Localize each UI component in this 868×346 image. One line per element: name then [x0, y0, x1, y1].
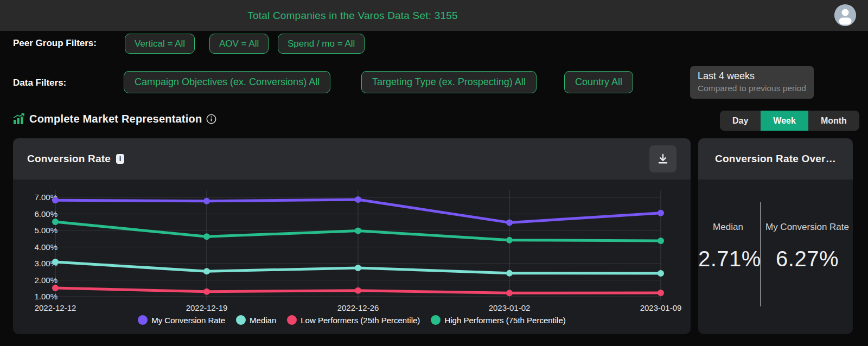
download-button[interactable] [649, 145, 676, 172]
data-point[interactable] [658, 210, 664, 216]
data-point[interactable] [658, 238, 664, 244]
granularity-toggle: Day Week Month [720, 111, 859, 131]
y-tick-label: 6.00% [34, 209, 58, 219]
section-title-row: Complete Market Representation [13, 113, 216, 125]
x-tick-label: 2022-12-19 [186, 303, 228, 312]
data-point[interactable] [52, 197, 59, 203]
legend-label: Low Performers (25th Percentile) [301, 316, 420, 325]
my-conversion-stat: My Conversion Rate 6.27% [763, 222, 852, 271]
data-point[interactable] [355, 265, 361, 271]
y-tick-label: 2.00% [34, 275, 58, 285]
legend-dot-icon [236, 315, 246, 325]
legend-item[interactable]: Median [236, 315, 276, 325]
summary-body: Median 2.71% My Conversion Rate 6.27% [698, 180, 853, 334]
filter-vertical[interactable]: Vertical = All [125, 34, 195, 54]
legend-label: High Performers (75th Percentile) [444, 316, 565, 325]
period-subtitle: Compared to previous period [698, 84, 806, 93]
legend-dot-icon [138, 315, 148, 325]
my-conversion-stat-value: 6.27% [763, 247, 852, 271]
data-point[interactable] [658, 270, 664, 277]
data-point[interactable] [658, 290, 664, 296]
data-point[interactable] [52, 259, 59, 265]
info-badge-icon[interactable]: i [116, 154, 124, 164]
y-tick-label: 1.00% [34, 292, 58, 301]
toggle-week[interactable]: Week [761, 111, 808, 131]
topbar: Total Companies in the Varos Data Set: 3… [0, 0, 868, 31]
x-tick-label: 2022-12-26 [337, 303, 379, 312]
legend-item[interactable]: High Performers (75th Percentile) [431, 315, 565, 325]
section-title: Complete Market Representation [29, 113, 202, 125]
data-point[interactable] [506, 237, 513, 244]
legend-item[interactable]: Low Performers (25th Percentile) [287, 315, 420, 325]
median-stat-value: 2.71% [698, 247, 758, 271]
data-point[interactable] [506, 270, 513, 277]
x-tick-label: 2023-01-09 [640, 303, 682, 312]
toggle-day[interactable]: Day [720, 111, 761, 131]
x-tick-label: 2023-01-02 [489, 303, 531, 312]
data-point[interactable] [203, 233, 210, 240]
legend-dot-icon [431, 315, 441, 325]
conversion-rate-summary-panel: Conversion Rate Over… Median 2.71% My Co… [698, 138, 853, 334]
summary-panel-header: Conversion Rate Over… [698, 138, 853, 180]
legend-dot-icon [287, 315, 297, 325]
user-avatar[interactable] [834, 4, 856, 26]
data-point[interactable] [506, 290, 513, 296]
median-stat-label: Median [698, 222, 758, 233]
app-root: Total Companies in the Varos Data Set: 3… [0, 0, 868, 346]
legend-item[interactable]: My Conversion Rate [138, 315, 225, 325]
data-point[interactable] [355, 196, 361, 203]
download-icon [656, 152, 669, 165]
my-conversion-stat-label: My Conversion Rate [763, 222, 852, 233]
data-point[interactable] [203, 289, 210, 295]
x-tick-label: 2022-12-12 [35, 303, 76, 312]
data-point[interactable] [506, 219, 513, 226]
data-point[interactable] [355, 287, 361, 294]
data-point[interactable] [203, 268, 210, 274]
conversion-rate-line-chart[interactable]: 7.00%6.00%5.00%4.00%3.00%2.00%1.00%2022-… [13, 180, 691, 315]
period-summary[interactable]: Last 4 weeks Compared to previous period [690, 66, 814, 99]
chart-panel-title: Conversion Rate [27, 153, 111, 165]
legend-label: Median [250, 316, 276, 325]
filter-targeting-type[interactable]: Targeting Type (ex. Prospecting) All [361, 71, 537, 93]
filter-aov[interactable]: AOV = All [209, 34, 269, 54]
period-title: Last 4 weeks [698, 71, 806, 82]
filter-spend[interactable]: Spend / mo = All [278, 34, 365, 54]
data-filters-label: Data Filters: [13, 78, 66, 88]
conversion-rate-chart-panel: Conversion Rate i 7.00%6.00%5.00%4.00%3.… [13, 138, 691, 334]
chart-panel-header: Conversion Rate i [13, 138, 691, 180]
chart-legend: My Conversion RateMedianLow Performers (… [13, 315, 691, 325]
chart-icon [13, 113, 25, 125]
median-stat: Median 2.71% [698, 222, 758, 271]
data-point[interactable] [203, 198, 210, 204]
filter-campaign-objectives[interactable]: Campaign Objectives (ex. Conversions) Al… [124, 71, 330, 93]
data-point[interactable] [355, 228, 361, 234]
legend-label: My Conversion Rate [151, 316, 225, 325]
total-companies-banner: Total Companies in the Varos Data Set: 3… [247, 10, 457, 22]
data-point[interactable] [52, 219, 59, 225]
y-tick-label: 5.00% [34, 226, 58, 235]
data-point[interactable] [52, 285, 59, 291]
user-icon [834, 4, 856, 26]
summary-panel-title: Conversion Rate Over… [715, 153, 836, 165]
peer-group-filters-label: Peer Group Filters: [13, 38, 97, 49]
y-tick-label: 4.00% [34, 242, 58, 252]
toggle-month[interactable]: Month [808, 111, 859, 131]
info-icon[interactable] [206, 114, 216, 124]
filter-country[interactable]: Country All [564, 71, 633, 93]
